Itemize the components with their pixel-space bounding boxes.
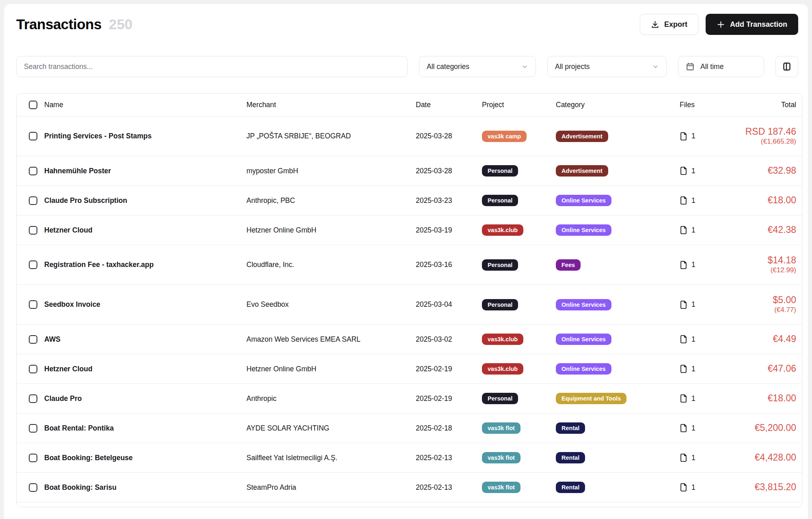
chevron-down-icon bbox=[652, 63, 659, 70]
table-body: Printing Services - Post Stamps JP „POŠT… bbox=[17, 116, 802, 502]
row-checkbox[interactable] bbox=[29, 483, 37, 492]
total-amount: €18.00 bbox=[768, 195, 796, 206]
files-count: 1 bbox=[691, 132, 695, 140]
file-icon bbox=[680, 196, 687, 205]
file-icon bbox=[680, 166, 687, 175]
header-name: Name bbox=[44, 101, 246, 109]
project-badge[interactable]: vas3k.club bbox=[482, 363, 523, 375]
row-checkbox[interactable] bbox=[29, 454, 37, 462]
category-badge[interactable]: Online Services bbox=[556, 224, 611, 236]
file-icon bbox=[680, 483, 687, 492]
total-amount: €4,428.00 bbox=[755, 452, 796, 463]
row-checkbox[interactable] bbox=[29, 424, 37, 433]
table-row-partial bbox=[17, 502, 802, 507]
project-badge[interactable]: vas3k flot bbox=[482, 482, 520, 493]
transaction-date: 2025-03-28 bbox=[416, 132, 482, 140]
row-checkbox[interactable] bbox=[29, 226, 37, 235]
project-badge[interactable]: Personal bbox=[482, 259, 518, 271]
project-badge[interactable]: Personal bbox=[482, 165, 518, 177]
project-badge[interactable]: vas3k.club bbox=[482, 224, 523, 236]
table-row[interactable]: Registration Fee - taxhacker.app Cloudfl… bbox=[17, 245, 802, 284]
categories-filter[interactable]: All categories bbox=[419, 56, 536, 77]
table-row[interactable]: Claude Pro Anthropic 2025-02-19 Personal… bbox=[17, 383, 802, 413]
transactions-table: Name Merchant Date Project Category File… bbox=[16, 93, 802, 507]
project-badge[interactable]: vas3k camp bbox=[482, 131, 527, 142]
toggle-columns-button[interactable] bbox=[775, 56, 798, 77]
row-checkbox[interactable] bbox=[29, 300, 37, 309]
page-header: Transactions 250 Export Add Transaction bbox=[16, 14, 798, 35]
files-cell: 1 bbox=[680, 226, 739, 235]
files-cell: 1 bbox=[680, 300, 739, 309]
project-badge[interactable]: Personal bbox=[482, 195, 518, 206]
row-checkbox[interactable] bbox=[29, 196, 37, 205]
header-merchant: Merchant bbox=[246, 101, 416, 109]
transaction-date: 2025-02-19 bbox=[416, 394, 482, 403]
files-count: 1 bbox=[691, 424, 695, 433]
category-badge[interactable]: Online Services bbox=[556, 334, 611, 345]
files-count: 1 bbox=[691, 454, 695, 462]
row-checkbox[interactable] bbox=[29, 132, 37, 140]
row-checkbox[interactable] bbox=[29, 394, 37, 403]
table-row[interactable]: Claude Pro Subscription Anthropic, PBC 2… bbox=[17, 185, 802, 215]
category-badge[interactable]: Online Services bbox=[556, 363, 611, 375]
row-checkbox[interactable] bbox=[29, 167, 37, 175]
category-badge[interactable]: Online Services bbox=[556, 195, 611, 206]
table-row[interactable]: Hahnemühle Poster myposter GmbH 2025-03-… bbox=[17, 156, 802, 185]
category-badge[interactable]: Equipment and Tools bbox=[556, 393, 626, 404]
table-row[interactable]: Seedbox Invoice Evo Seedbox 2025-03-04 P… bbox=[17, 284, 802, 324]
table-header-row: Name Merchant Date Project Category File… bbox=[17, 94, 802, 116]
row-checkbox[interactable] bbox=[29, 335, 37, 344]
file-icon bbox=[680, 394, 687, 403]
plus-icon bbox=[717, 20, 725, 29]
date-range-filter[interactable]: All time bbox=[678, 56, 764, 77]
transaction-merchant: Amazon Web Services EMEA SARL bbox=[246, 335, 416, 344]
category-badge[interactable]: Fees bbox=[556, 259, 581, 271]
project-badge[interactable]: vas3k flot bbox=[482, 422, 520, 434]
files-count: 1 bbox=[691, 167, 695, 175]
category-badge[interactable]: Advertisement bbox=[556, 165, 608, 177]
transaction-name: Hetzner Cloud bbox=[44, 226, 246, 235]
row-checkbox[interactable] bbox=[29, 261, 37, 269]
projects-filter[interactable]: All projects bbox=[547, 56, 667, 77]
transaction-date: 2025-02-18 bbox=[416, 424, 482, 433]
date-range-value: All time bbox=[700, 62, 723, 71]
add-transaction-button[interactable]: Add Transaction bbox=[706, 14, 798, 35]
table-row[interactable]: Boat Booking: Betelgeuse Sailfleet Yat I… bbox=[17, 443, 802, 472]
select-all-checkbox[interactable] bbox=[29, 101, 37, 109]
transaction-name: Boat Booking: Betelgeuse bbox=[44, 454, 246, 462]
file-icon bbox=[680, 132, 687, 141]
total-amount: €5,200.00 bbox=[755, 422, 796, 434]
project-badge[interactable]: Personal bbox=[482, 299, 518, 310]
category-badge[interactable]: Rental bbox=[556, 422, 585, 434]
category-badge[interactable]: Advertisement bbox=[556, 131, 608, 142]
file-icon bbox=[680, 300, 687, 309]
table-row[interactable]: Printing Services - Post Stamps JP „POŠT… bbox=[17, 116, 802, 156]
files-cell: 1 bbox=[680, 132, 739, 141]
category-badge[interactable]: Online Services bbox=[556, 299, 611, 310]
files-cell: 1 bbox=[680, 364, 739, 373]
transaction-date: 2025-03-04 bbox=[416, 300, 482, 309]
transaction-date: 2025-02-13 bbox=[416, 483, 482, 492]
transaction-merchant: myposter GmbH bbox=[246, 167, 416, 175]
row-checkbox[interactable] bbox=[29, 365, 37, 373]
table-row[interactable]: Hetzner Cloud Hetzner Online GmbH 2025-0… bbox=[17, 215, 802, 245]
transaction-merchant: Anthropic, PBC bbox=[246, 196, 416, 205]
page-title: Transactions bbox=[16, 16, 102, 32]
category-badge[interactable]: Rental bbox=[556, 482, 585, 493]
table-row[interactable]: AWS Amazon Web Services EMEA SARL 2025-0… bbox=[17, 324, 802, 354]
add-transaction-label: Add Transaction bbox=[730, 20, 787, 29]
search-input[interactable] bbox=[16, 56, 408, 77]
export-button[interactable]: Export bbox=[640, 14, 698, 35]
table-row[interactable]: Hetzner Cloud Hetzner Online GmbH 2025-0… bbox=[17, 354, 802, 383]
files-cell: 1 bbox=[680, 261, 739, 269]
project-badge[interactable]: vas3k flot bbox=[482, 452, 520, 463]
transaction-name: AWS bbox=[44, 335, 246, 344]
table-row[interactable]: Boat Booking: Sarisu SteamPro Adria 2025… bbox=[17, 472, 802, 502]
transaction-date: 2025-03-16 bbox=[416, 261, 482, 269]
file-icon bbox=[680, 226, 687, 235]
category-badge[interactable]: Rental bbox=[556, 452, 585, 463]
project-badge[interactable]: vas3k.club bbox=[482, 334, 523, 345]
columns-icon bbox=[782, 62, 792, 71]
project-badge[interactable]: Personal bbox=[482, 393, 518, 404]
table-row[interactable]: Boat Rental: Pontika AYDE SOLAR YACHTING… bbox=[17, 413, 802, 443]
